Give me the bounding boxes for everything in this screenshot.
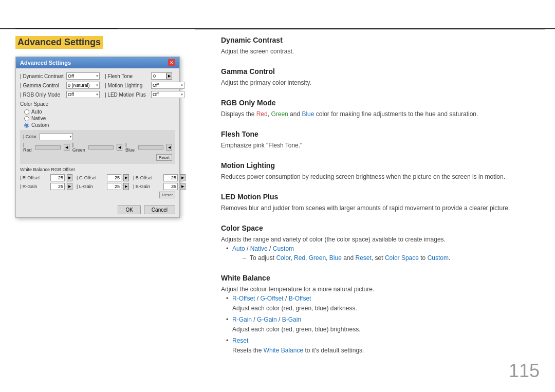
led-motion-plus-select[interactable]: Off — [151, 91, 184, 98]
dialog-title: Advanced Settings — [20, 60, 71, 66]
motion-lighting-select-wrapper: Off — [151, 82, 184, 89]
link-color-space-cs: Color Space — [385, 254, 419, 262]
radio-auto: Auto — [24, 109, 175, 115]
radio-native-input[interactable] — [24, 116, 29, 121]
subbullet-color-space: To adjust Color, Red, Green, Blue and Re… — [243, 253, 540, 263]
bullet-gains: R-Gain / G-Gain / B-Gain Adjust each col… — [226, 315, 540, 334]
section-title: Advanced Settings — [15, 36, 103, 49]
color-label-row: | Color — [23, 133, 172, 140]
ok-button[interactable]: OK — [118, 206, 140, 214]
blue-arrow[interactable]: ◀ — [166, 144, 172, 151]
color-field-label: | Color — [23, 134, 36, 139]
dialog-footer: OK Cancel — [16, 202, 179, 217]
gain-subtext: Adjust each color (red, green, blue) bri… — [232, 325, 540, 334]
link-custom: Custom — [273, 245, 294, 252]
offset-subtext: Adjust each color (red, green, blue) dar… — [232, 304, 540, 313]
red-arrow[interactable]: ◀ — [64, 144, 69, 151]
heading-white-balance: White Balance — [221, 274, 540, 282]
link-b-gain: B-Gain — [282, 316, 301, 323]
cancel-button[interactable]: Cancel — [144, 206, 175, 214]
b-gain-input[interactable] — [163, 183, 178, 190]
gamma-control-select[interactable]: 0 (Natural) — [66, 82, 100, 89]
b-gain-label: | B-Gain — [133, 184, 161, 189]
gamma-control-select-wrapper: 0 (Natural) — [66, 82, 100, 89]
b-offset-input[interactable] — [163, 174, 178, 181]
right-panel: Dynamic Contrast Adjust the screen contr… — [200, 0, 555, 392]
link-b-offset: B-Offset — [289, 295, 311, 302]
motion-lighting-select[interactable]: Off — [151, 82, 184, 89]
red-label: | Red — [23, 142, 32, 153]
color-select[interactable] — [40, 133, 73, 140]
flesh-tone-input[interactable] — [151, 72, 166, 80]
text-red: Red — [256, 110, 268, 118]
wb-reset-button[interactable]: Reset — [159, 192, 175, 198]
color-reset-area: Reset — [23, 154, 172, 161]
dialog-row-2: | Gamma Control 0 (Natural) | Motion Lig… — [20, 82, 175, 89]
r-offset-input[interactable] — [50, 174, 65, 181]
link-white-balance: White Balance — [264, 347, 303, 354]
text-white-balance: Adjust the colour temperature for a more… — [221, 285, 540, 294]
heading-rgb-only-mode: RGB Only Mode — [221, 99, 540, 107]
radio-auto-input[interactable] — [24, 109, 29, 115]
section-flesh-tone: Flesh Tone Emphasize pink "Flesh Tone." — [221, 130, 540, 150]
dynamic-contrast-select-wrapper: Off — [66, 72, 100, 80]
advanced-settings-dialog: Advanced Settings ✕ | Dynamic Contrast O… — [15, 57, 180, 218]
radio-auto-label: Auto — [31, 109, 42, 115]
dialog-body: | Dynamic Contrast Off | Flesh Tone ▶ | … — [16, 68, 179, 202]
dialog-row-3: | RGB Only Mode Off | LED Motion Plus Of… — [20, 91, 175, 98]
radio-native: Native — [24, 116, 175, 121]
green-label: | Green — [72, 142, 85, 153]
r-gain-arrow[interactable]: ▶ — [67, 183, 72, 190]
color-space-bullets: Auto / Native / Custom To adjust Color, … — [226, 244, 540, 263]
bullet-offsets: R-Offset / G-Offset / B-Offset Adjust ea… — [226, 294, 540, 313]
g-offset-arrow[interactable]: ▶ — [123, 174, 129, 181]
text-gamma-control: Adjust the primary color intensity. — [221, 78, 540, 87]
r-offset-arrow[interactable]: ▶ — [67, 174, 72, 181]
b-offset-arrow[interactable]: ▶ — [180, 174, 186, 181]
text-flesh-tone: Emphasize pink "Flesh Tone." — [221, 141, 540, 150]
link-native: Native — [250, 245, 268, 252]
color-space-section-label: Color Space — [20, 101, 175, 107]
dynamic-contrast-select[interactable]: Off — [66, 72, 100, 80]
dialog-row-1: | Dynamic Contrast Off | Flesh Tone ▶ — [20, 72, 175, 80]
heading-gamma-control: Gamma Control — [221, 67, 540, 76]
blue-track[interactable] — [138, 145, 163, 150]
section-gamma-control: Gamma Control Adjust the primary color i… — [221, 67, 540, 87]
radio-custom-input[interactable] — [24, 123, 29, 128]
l-gain-input[interactable] — [107, 183, 121, 190]
radio-custom-label: Custom — [31, 122, 49, 128]
heading-led-motion-plus: LED Motion Plus — [221, 193, 540, 201]
link-g-offset: G-Offset — [260, 295, 283, 302]
section-white-balance: White Balance Adjust the colour temperat… — [221, 274, 540, 355]
led-motion-plus-label: | LED Motion Plus — [105, 92, 151, 98]
text-led-motion-plus: Removes blur and judder from scenes with… — [221, 203, 540, 213]
r-offset-label: | R-Offset — [20, 175, 48, 180]
g-offset-input[interactable] — [107, 174, 121, 181]
rgb-only-mode-select[interactable]: Off — [66, 91, 100, 98]
dialog-close-button[interactable]: ✕ — [168, 59, 175, 66]
text-green: Green — [271, 110, 288, 118]
section-rgb-only-mode: RGB Only Mode Displays the Red, Green an… — [221, 99, 540, 119]
b-gain-arrow[interactable]: ▶ — [180, 183, 186, 190]
section-motion-lighting: Motion Lighting Reduces power consumptio… — [221, 161, 540, 181]
link-auto: Auto — [232, 245, 245, 252]
l-gain-arrow[interactable]: ▶ — [123, 183, 129, 190]
flesh-tone-arrow[interactable]: ▶ — [166, 72, 172, 80]
green-arrow[interactable]: ◀ — [117, 144, 122, 151]
section-led-motion-plus: LED Motion Plus Removes blur and judder … — [221, 193, 540, 213]
l-gain-label: | L-Gain — [77, 184, 105, 189]
red-track[interactable] — [35, 145, 60, 150]
link-r-offset: R-Offset — [232, 295, 255, 302]
link-reset-cs: Reset — [356, 254, 372, 262]
color-reset-button[interactable]: Reset — [156, 154, 172, 161]
page-number: 115 — [509, 360, 540, 382]
wb-offset-row-1: | R-Offset ▶ | G-Offset ▶ | B-Offset ▶ — [20, 174, 175, 181]
r-gain-input[interactable] — [50, 183, 65, 190]
link-custom-cs: Custom — [428, 254, 449, 262]
green-track[interactable] — [88, 145, 114, 150]
color-controls-area: | Color | Red ◀ | Green ◀ | Blue — [20, 130, 175, 164]
radio-custom: Custom — [24, 122, 175, 128]
text-color-space: Adjusts the range and variety of color (… — [221, 235, 540, 244]
link-red-cs: Red — [294, 254, 305, 262]
b-offset-label: | B-Offset — [133, 175, 161, 180]
